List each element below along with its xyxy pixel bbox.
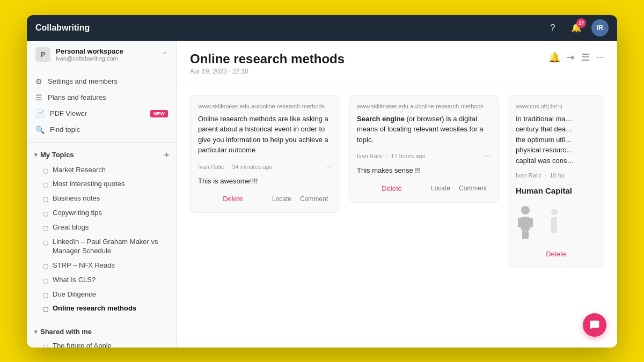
help-button[interactable]: ? bbox=[544, 19, 561, 36]
chat-fab-button[interactable] bbox=[583, 313, 606, 337]
more-options-button[interactable]: ··· bbox=[596, 51, 604, 63]
shared-label: Shared with me bbox=[40, 328, 92, 336]
svg-rect-5 bbox=[525, 231, 529, 239]
my-topics-label: My Topics bbox=[40, 151, 74, 159]
sidebar-item-interesting-quotes[interactable]: ▢ Most interesting quotes bbox=[27, 177, 177, 191]
workspace-email: ivan@collabwriting.com bbox=[56, 55, 156, 62]
topic-icon: ▢ bbox=[43, 224, 48, 232]
card-comment: This makes sense !!! bbox=[357, 165, 491, 176]
topic-icon: ▢ bbox=[43, 210, 48, 217]
topic-icon: ▢ bbox=[43, 167, 48, 174]
sidebar-item-what-is-cls[interactable]: ▢ What Is CLS? bbox=[27, 273, 177, 287]
pdf-label: PDF Viewer bbox=[50, 109, 145, 117]
app-logo: Collabwriting bbox=[35, 23, 544, 33]
svg-rect-3 bbox=[529, 218, 533, 227]
content-area: Online research methods Apr 19, 2023 · 2… bbox=[177, 41, 617, 348]
card-author: Ivan Ralic bbox=[357, 153, 383, 159]
card-more-button[interactable]: ··· bbox=[484, 151, 491, 161]
svg-point-6 bbox=[551, 209, 558, 215]
card-locate-button[interactable]: Locate bbox=[268, 193, 296, 205]
topic-icon: ▢ bbox=[43, 343, 48, 347]
card-delete-button[interactable]: Delete bbox=[516, 248, 596, 260]
list-view-button[interactable]: ☰ bbox=[581, 51, 590, 63]
bell-button[interactable]: 🔔 bbox=[548, 51, 560, 63]
svg-rect-8 bbox=[554, 226, 557, 233]
topic-label: Due Diligence bbox=[53, 290, 96, 299]
topic-label: Copywriting tips bbox=[53, 209, 102, 218]
find-icon: 🔍 bbox=[35, 125, 45, 134]
shared-with-me-header[interactable]: ▾ Shared with me bbox=[27, 324, 177, 339]
sidebar-item-find[interactable]: 🔍 Find topic bbox=[27, 122, 177, 138]
card-more-button[interactable]: ··· bbox=[325, 162, 332, 172]
card-time: 34 minutes ago bbox=[232, 164, 272, 170]
workspace-selector[interactable]: P Personal workspace ivan@collabwriting.… bbox=[27, 41, 177, 69]
card-dot: · bbox=[545, 172, 546, 179]
card-actions: Delete Locate Comment bbox=[198, 190, 332, 205]
card-delete-button[interactable]: Delete bbox=[198, 193, 268, 205]
topic-label: The future of Apple bbox=[53, 342, 112, 347]
header-actions: ? 🔔 27 IR bbox=[544, 19, 609, 36]
add-topic-button[interactable]: + bbox=[164, 150, 169, 160]
sidebar-item-online-research[interactable]: ▢ Online research methods bbox=[27, 301, 177, 316]
avatar-button[interactable]: IR bbox=[591, 19, 609, 36]
topic-label: Market Research bbox=[53, 166, 106, 175]
share-button[interactable]: ⇥ bbox=[567, 51, 575, 63]
app-header: Collabwriting ? 🔔 27 IR bbox=[27, 15, 617, 41]
topic-label: Business notes bbox=[53, 194, 100, 203]
card-comment-button[interactable]: Comment bbox=[296, 193, 332, 205]
topic-icon: ▢ bbox=[43, 277, 48, 284]
card-comment-button[interactable]: Comment bbox=[455, 182, 491, 194]
sidebar-item-great-blogs[interactable]: ▢ Great blogs bbox=[27, 220, 177, 235]
card-url: www.skillmaker.edu.au/online-research-me… bbox=[198, 103, 332, 109]
my-topics-header[interactable]: ▾ My Topics + bbox=[27, 147, 177, 163]
notification-button[interactable]: 🔔 27 bbox=[568, 19, 585, 36]
card-actions: Delete bbox=[516, 246, 596, 260]
card-dot: · bbox=[386, 153, 387, 159]
topic-icon: ▢ bbox=[43, 291, 48, 299]
pdf-icon: 📄 bbox=[35, 109, 45, 118]
sidebar-item-due-diligence[interactable]: ▢ Due Diligence bbox=[27, 287, 177, 302]
card-time: 17 hours ago bbox=[391, 153, 425, 159]
new-badge: NEW bbox=[150, 110, 168, 117]
sidebar-item-linkedin-paul[interactable]: ▢ LinkedIn – Paul Graham Maker vs Manage… bbox=[27, 235, 177, 258]
svg-rect-1 bbox=[521, 217, 530, 231]
sidebar-item-market-research[interactable]: ▢ Market Research bbox=[27, 163, 177, 178]
card-1: www.skillmaker.edu.au/online-research-me… bbox=[190, 95, 340, 213]
card-text: In traditional ma…century that dea…the o… bbox=[516, 114, 596, 166]
card-locate-button[interactable]: Locate bbox=[427, 182, 455, 194]
sidebar-item-business-notes[interactable]: ▢ Business notes bbox=[27, 191, 177, 206]
topic-label: Online research methods bbox=[53, 304, 136, 313]
content-title-block: Online research methods Apr 19, 2023 · 2… bbox=[190, 51, 345, 75]
topic-label: STRP – NFX Reads bbox=[53, 261, 115, 270]
shared-chevron-icon: ▾ bbox=[34, 329, 37, 335]
sidebar-item-copywriting-tips[interactable]: ▢ Copywriting tips bbox=[27, 206, 177, 220]
sidebar-item-strp-nfx[interactable]: ▢ STRP – NFX Reads bbox=[27, 258, 177, 273]
sidebar-item-plans[interactable]: ☰ Plans and features bbox=[27, 90, 177, 106]
svg-rect-9 bbox=[551, 226, 554, 233]
card-delete-button[interactable]: Delete bbox=[357, 182, 427, 195]
card-author: Ivan Ralic bbox=[516, 172, 541, 179]
sidebar-item-settings[interactable]: ⚙ Settings and members bbox=[27, 73, 177, 90]
cards-container: www.skillmaker.edu.au/online-research-me… bbox=[177, 84, 617, 348]
topic-icon: ▢ bbox=[43, 181, 48, 188]
card-text: Online research methods are like asking … bbox=[198, 114, 332, 156]
card-time: 18 ho bbox=[550, 172, 565, 179]
card-3: www.cos.ufrj.br/~j In traditional ma…cen… bbox=[508, 95, 604, 268]
card-author: Ivan Ralic bbox=[198, 164, 224, 170]
card-2: www.skillmaker.edu.au/online-research-me… bbox=[349, 95, 499, 203]
topic-icon: ▢ bbox=[43, 305, 48, 313]
workspace-info: Personal workspace ivan@collabwriting.co… bbox=[56, 47, 156, 62]
shared-with-me-section: ▾ Shared with me ▢ The future of Apple ▢… bbox=[27, 320, 177, 347]
main-layout: P Personal workspace ivan@collabwriting.… bbox=[27, 41, 617, 348]
content-date: Apr 19, 2023 · 22:10 bbox=[190, 68, 345, 75]
content-actions: 🔔 ⇥ ☰ ··· bbox=[548, 51, 604, 63]
card-text: Search engine (or browser) is a digital … bbox=[357, 114, 491, 145]
plans-icon: ☰ bbox=[35, 93, 42, 102]
card-meta: Ivan Ralic · 18 ho bbox=[516, 172, 596, 179]
find-label: Find topic bbox=[50, 125, 168, 134]
sidebar-item-future-apple[interactable]: ▢ The future of Apple bbox=[27, 339, 177, 347]
notification-badge: 27 bbox=[576, 18, 586, 28]
sidebar-item-pdf[interactable]: 📄 PDF Viewer NEW bbox=[27, 106, 177, 122]
svg-rect-4 bbox=[522, 231, 525, 239]
human-capital-illustration bbox=[516, 204, 596, 241]
